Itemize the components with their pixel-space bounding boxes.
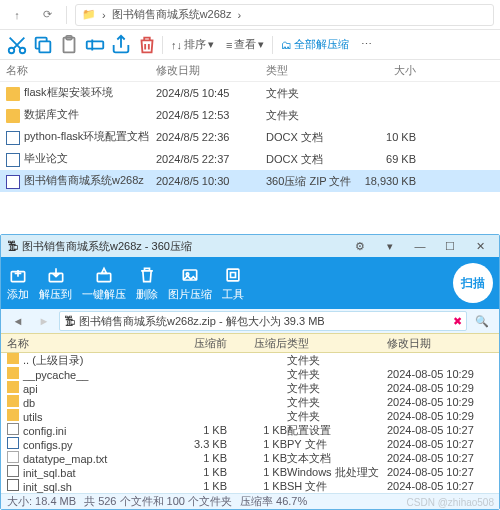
col-name[interactable]: 名称 bbox=[7, 336, 167, 351]
archive-list[interactable]: .. (上级目录)文件夹__pycache__文件夹2024-08-05 10:… bbox=[1, 353, 499, 493]
paste-icon[interactable] bbox=[58, 34, 80, 56]
file-icon bbox=[7, 465, 19, 477]
tools-button[interactable]: 工具 bbox=[222, 265, 244, 302]
col-type[interactable]: 类型 bbox=[287, 336, 379, 351]
col-name[interactable]: 名称 bbox=[6, 63, 156, 78]
archive-titlebar[interactable]: 🗜 图书销售商城系统w268z - 360压缩 ⚙ ▾ — ☐ ✕ bbox=[1, 235, 499, 257]
file-icon bbox=[7, 381, 19, 393]
dropdown-icon[interactable]: ▾ bbox=[377, 237, 403, 255]
separator bbox=[66, 6, 67, 24]
separator bbox=[162, 36, 163, 54]
file-icon bbox=[7, 423, 19, 435]
file-list-header: 名称 修改日期 类型 大小 bbox=[0, 60, 500, 82]
view-button[interactable]: ≡ 查看 ▾ bbox=[222, 37, 268, 52]
settings-icon[interactable]: ⚙ bbox=[347, 237, 373, 255]
file-icon bbox=[7, 479, 19, 491]
extract-all-button[interactable]: 🗂 全部解压缩 bbox=[277, 37, 353, 52]
one-click-extract-button[interactable]: 一键解压 bbox=[82, 265, 126, 302]
archive-row[interactable]: api文件夹2024-08-05 10:29 bbox=[1, 381, 499, 395]
status-ratio: 压缩率 46.7% bbox=[240, 494, 307, 509]
clear-icon[interactable]: ✖ bbox=[453, 315, 462, 328]
col-after[interactable]: 压缩后 bbox=[227, 336, 287, 351]
archive-pathbar: ◄ ► 🗜 图书销售商城系统w268z.zip - 解包大小为 39.3 MB … bbox=[1, 309, 499, 333]
file-row[interactable]: 图书销售商城系统w268z2024/8/5 10:30360压缩 ZIP 文件1… bbox=[0, 170, 500, 192]
close-icon[interactable]: ✕ bbox=[467, 237, 493, 255]
path-forward-icon[interactable]: ► bbox=[33, 310, 55, 332]
nav-back-icon[interactable]: ↑ bbox=[6, 4, 28, 26]
archive-row[interactable]: db文件夹2024-08-05 10:29 bbox=[1, 395, 499, 409]
chevron-icon: › bbox=[237, 9, 241, 21]
archive-row[interactable]: config.ini1 KB1 KB配置设置2024-08-05 10:27 bbox=[1, 423, 499, 437]
archive-icon: 🗜 bbox=[7, 240, 18, 252]
extract-to-button[interactable]: 解压到 bbox=[39, 265, 72, 302]
sort-button[interactable]: ↑↓ 排序 ▾ bbox=[167, 37, 218, 52]
svg-rect-5 bbox=[87, 41, 104, 48]
cut-icon[interactable] bbox=[6, 34, 28, 56]
status-files: 共 526 个文件和 100 个文件夹 bbox=[84, 494, 232, 509]
path-input[interactable]: 🗜 图书销售商城系统w268z.zip - 解包大小为 39.3 MB ✖ bbox=[59, 311, 467, 331]
archive-toolbar: 添加 解压到 一键解压 删除 图片压缩 工具 扫描 bbox=[1, 257, 499, 309]
breadcrumb[interactable]: 📁 › 图书销售商城系统w268z › bbox=[75, 4, 494, 26]
archive-row[interactable]: .. (上级目录)文件夹 bbox=[1, 353, 499, 367]
image-compress-button[interactable]: 图片压缩 bbox=[168, 265, 212, 302]
archive-title: 图书销售商城系统w268z - 360压缩 bbox=[22, 239, 192, 254]
minimize-icon[interactable]: — bbox=[407, 237, 433, 255]
maximize-icon[interactable]: ☐ bbox=[437, 237, 463, 255]
separator bbox=[272, 36, 273, 54]
archive-row[interactable]: configs.py3.3 KB1 KBPY 文件2024-08-05 10:2… bbox=[1, 437, 499, 451]
file-row[interactable]: python-flask环境配置文档2024/8/5 22:36DOCX 文档1… bbox=[0, 126, 500, 148]
path-text: 图书销售商城系统w268z.zip - 解包大小为 39.3 MB bbox=[79, 314, 325, 329]
breadcrumb-segment[interactable]: 图书销售商城系统w268z bbox=[112, 7, 232, 22]
svg-rect-8 bbox=[97, 273, 110, 281]
watermark: CSDN @zhihao508 bbox=[407, 497, 494, 508]
file-icon bbox=[7, 437, 19, 449]
file-icon bbox=[6, 87, 20, 101]
archive-row[interactable]: __pycache__文件夹2024-08-05 10:29 bbox=[1, 367, 499, 381]
archive-row[interactable]: datatype_map.txt1 KB1 KB文本文档2024-08-05 1… bbox=[1, 451, 499, 465]
more-button[interactable]: ⋯ bbox=[357, 38, 376, 51]
col-before[interactable]: 压缩前 bbox=[167, 336, 227, 351]
rename-icon[interactable] bbox=[84, 34, 106, 56]
file-icon bbox=[6, 153, 20, 167]
file-row[interactable]: flask框架安装环境2024/8/5 10:45文件夹 bbox=[0, 82, 500, 104]
svg-rect-11 bbox=[227, 269, 239, 281]
path-back-icon[interactable]: ◄ bbox=[7, 310, 29, 332]
col-date[interactable]: 修改日期 bbox=[379, 336, 493, 351]
archive-list-header: 名称 压缩前 压缩后 类型 修改日期 bbox=[1, 333, 499, 353]
copy-icon[interactable] bbox=[32, 34, 54, 56]
chevron-icon: › bbox=[102, 9, 106, 21]
svg-point-0 bbox=[9, 47, 15, 53]
archive-row[interactable]: utils文件夹2024-08-05 10:29 bbox=[1, 409, 499, 423]
archive-icon: 🗜 bbox=[64, 315, 75, 327]
file-icon bbox=[7, 395, 19, 407]
file-icon bbox=[7, 451, 19, 463]
file-icon bbox=[7, 367, 19, 379]
archive-row[interactable]: init_sql.bat1 KB1 KBWindows 批处理文2024-08-… bbox=[1, 465, 499, 479]
scan-button[interactable]: 扫描 bbox=[453, 263, 493, 303]
search-icon[interactable]: 🔍 bbox=[471, 310, 493, 332]
file-icon bbox=[6, 175, 20, 189]
status-size: 大小: 18.4 MB bbox=[7, 494, 76, 509]
nav-refresh-icon[interactable]: ⟳ bbox=[36, 4, 58, 26]
file-icon bbox=[6, 131, 20, 145]
col-type[interactable]: 类型 bbox=[266, 63, 356, 78]
file-icon bbox=[7, 353, 19, 364]
delete-button[interactable]: 删除 bbox=[136, 265, 158, 302]
col-size[interactable]: 大小 bbox=[356, 63, 416, 78]
file-row[interactable]: 数据库文件2024/8/5 12:53文件夹 bbox=[0, 104, 500, 126]
share-icon[interactable] bbox=[110, 34, 132, 56]
explorer-toolbar: ↑↓ 排序 ▾ ≡ 查看 ▾ 🗂 全部解压缩 ⋯ bbox=[0, 30, 500, 60]
add-button[interactable]: 添加 bbox=[7, 265, 29, 302]
folder-icon: 📁 bbox=[82, 8, 96, 21]
file-list: flask框架安装环境2024/8/5 10:45文件夹数据库文件2024/8/… bbox=[0, 82, 500, 192]
svg-rect-2 bbox=[39, 41, 50, 52]
col-date[interactable]: 修改日期 bbox=[156, 63, 266, 78]
delete-icon[interactable] bbox=[136, 34, 158, 56]
archive-window: 🗜 图书销售商城系统w268z - 360压缩 ⚙ ▾ — ☐ ✕ 添加 解压到… bbox=[0, 234, 500, 510]
svg-point-1 bbox=[20, 47, 26, 53]
file-icon bbox=[7, 409, 19, 421]
explorer-navbar: ↑ ⟳ 📁 › 图书销售商城系统w268z › bbox=[0, 0, 500, 30]
file-row[interactable]: 毕业论文2024/8/5 22:37DOCX 文档69 KB bbox=[0, 148, 500, 170]
archive-row[interactable]: init_sql.sh1 KB1 KBSH 文件2024-08-05 10:27 bbox=[1, 479, 499, 493]
file-icon bbox=[6, 109, 20, 123]
